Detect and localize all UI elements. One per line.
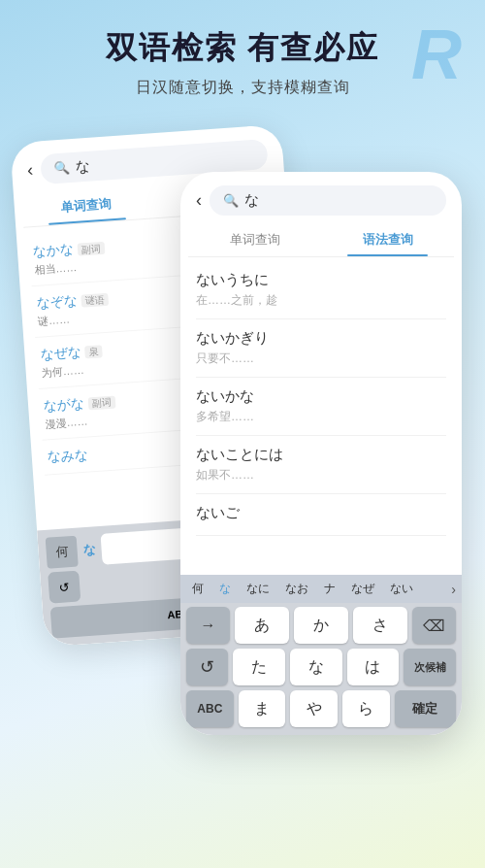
bg-kb-na: な — [82, 541, 96, 559]
kb-kana-what[interactable]: 何 — [186, 579, 210, 599]
header-subtitle: 日汉随意切换，支持模糊查询 — [19, 78, 466, 98]
fg-search-icon: 🔍 — [223, 193, 239, 208]
fg-phone-header: ‹ 🔍 な — [180, 172, 462, 223]
fg-back-button[interactable]: ‹ — [196, 190, 202, 211]
bg-search-text: な — [75, 157, 90, 177]
phone-foreground: ‹ 🔍 な 单词查询 语法查询 ないうちに 在……之前，趁 ないかぎり 只要不…… — [180, 172, 462, 735]
kb-a-key[interactable]: あ — [235, 607, 289, 644]
kb-ta-key[interactable]: た — [233, 649, 285, 685]
fg-item-chinese-1: 只要不…… — [196, 351, 446, 367]
bg-back-button[interactable]: ‹ — [26, 160, 33, 181]
kb-row-2: ↺ た な は 次候補 — [186, 649, 456, 685]
fg-keyboard: 何 な なに なお ナ なぜ ない › → あ か さ ⌫ — [180, 575, 462, 735]
bg-search-icon: 🔍 — [54, 160, 71, 176]
header: 双语检索 有查必应 日汉随意切换，支持模糊查询 R — [0, 0, 485, 114]
kb-ma-key[interactable]: ま — [239, 690, 286, 727]
fg-item-chinese-3: 如果不…… — [196, 467, 446, 484]
kb-na-key[interactable]: な — [290, 649, 342, 685]
bg-item-japanese-1: なぞな — [36, 292, 78, 311]
bg-kb-reload[interactable]: ↺ — [48, 571, 81, 604]
kb-next-candidate-key[interactable]: 次候補 — [404, 649, 456, 685]
bg-item-tag-1: 谜语 — [81, 293, 109, 308]
list-item[interactable]: ないかな 多希望…… — [196, 378, 446, 436]
kb-abc-key[interactable]: ABC — [186, 690, 234, 727]
kb-kana-row: 何 な なに なお ナ なぜ ない › — [180, 575, 462, 603]
kb-kana-nao[interactable]: なお — [279, 579, 314, 599]
fg-search-text: な — [244, 191, 259, 210]
fg-item-japanese-3: ないことには — [196, 446, 446, 464]
phones-container: ‹ 🔍 な 单词查询 语法查询 なかな副词 相当…… なぞな谜语 谜…… なぜな… — [0, 114, 485, 764]
kb-arrow-key[interactable]: → — [186, 607, 230, 644]
list-item[interactable]: ないことには 如果不…… — [196, 436, 446, 494]
kb-kana-na[interactable]: な — [213, 579, 237, 599]
fg-grammar-list: ないうちに 在……之前，趁 ないかぎり 只要不…… ないかな 多希望…… ないこ… — [180, 257, 462, 607]
kb-backspace-key[interactable]: ⌫ — [412, 607, 456, 644]
kb-row-3: ABC ま や ら 確定 — [186, 690, 456, 727]
kb-ka-key[interactable]: か — [294, 607, 348, 644]
bg-item-japanese-0: なかな — [32, 241, 74, 259]
bg-kb-what: 何 — [46, 536, 79, 569]
bg-item-japanese-4: なみな — [47, 447, 88, 465]
kb-confirm-key[interactable]: 確定 — [395, 690, 456, 727]
fg-tab-bar: 单词查询 语法查询 — [188, 223, 454, 257]
fg-list-container: ないうちに 在……之前，趁 ないかぎり 只要不…… ないかな 多希望…… ないこ… — [180, 257, 462, 540]
fg-tab-grammar[interactable]: 语法查询 — [321, 223, 454, 256]
bg-item-japanese-3: ながな — [44, 395, 85, 414]
kb-ya-key[interactable]: や — [290, 690, 338, 727]
kb-row-1: → あ か さ ⌫ — [186, 607, 456, 644]
kb-sa-key[interactable]: さ — [353, 607, 407, 644]
kb-kana-nai[interactable]: ない — [384, 579, 419, 599]
kb-kana-NA[interactable]: ナ — [318, 579, 341, 599]
bg-item-tag-0: 副词 — [78, 242, 106, 256]
fg-tab-word[interactable]: 单词查询 — [188, 223, 321, 256]
kb-main-rows: → あ か さ ⌫ ↺ た な は 次候補 ABC ま — [180, 603, 462, 735]
fg-item-chinese-0: 在……之前，趁 — [196, 292, 446, 309]
header-title: 双语检索 有查必应 — [19, 27, 466, 70]
kb-chevron-icon[interactable]: › — [451, 582, 456, 597]
bg-item-tag-3: 副词 — [88, 395, 116, 410]
fg-search-bar[interactable]: 🔍 な — [210, 185, 446, 216]
list-item[interactable]: ないご — [196, 494, 446, 536]
list-item[interactable]: ないうちに 在……之前，趁 — [196, 261, 446, 319]
fg-item-japanese-0: ないうちに — [196, 271, 446, 289]
kb-ra-key[interactable]: ら — [342, 690, 390, 727]
fg-item-chinese-2: 多希望…… — [196, 409, 446, 425]
bg-item-japanese-2: なぜな — [40, 344, 81, 362]
fg-item-japanese-4: ないご — [196, 504, 446, 522]
fg-item-japanese-2: ないかな — [196, 387, 446, 406]
kb-kana-nani[interactable]: なに — [241, 579, 275, 599]
kb-ha-key[interactable]: は — [347, 649, 400, 685]
bg-item-tag-2: 泉 — [84, 345, 103, 358]
list-item[interactable]: ないかぎり 只要不…… — [196, 319, 446, 378]
kb-kana-naze[interactable]: なぜ — [345, 579, 380, 599]
logo-icon: R — [411, 19, 462, 89]
fg-item-japanese-1: ないかぎり — [196, 329, 446, 348]
kb-reload-key[interactable]: ↺ — [186, 649, 228, 685]
